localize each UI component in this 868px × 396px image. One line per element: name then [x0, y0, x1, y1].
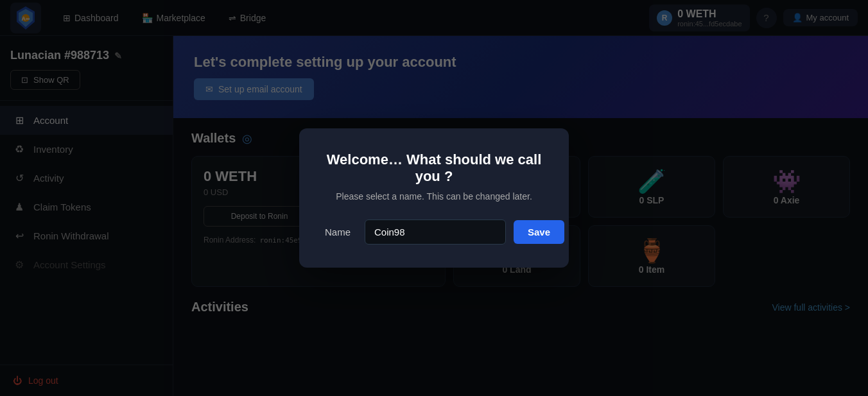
modal-name-label: Name: [325, 227, 357, 237]
modal-title: Welcome… What should we call you ?: [325, 151, 543, 185]
welcome-modal: Welcome… What should we call you ? Pleas…: [299, 128, 569, 268]
modal-save-button[interactable]: Save: [514, 220, 564, 244]
modal-subtitle: Please select a name. This can be change…: [325, 191, 543, 202]
modal-name-input[interactable]: [365, 220, 506, 245]
modal-overlay[interactable]: Welcome… What should we call you ? Pleas…: [0, 0, 868, 396]
modal-form-row: Name Save: [325, 220, 543, 245]
